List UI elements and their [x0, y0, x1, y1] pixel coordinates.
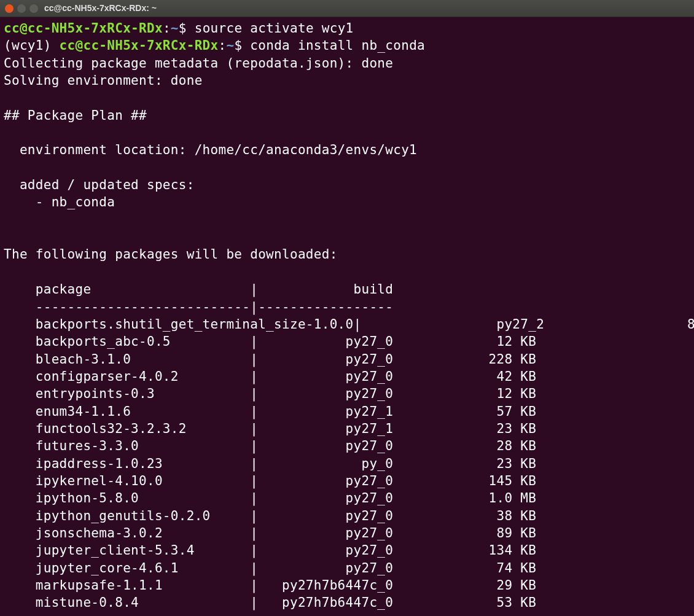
minimize-icon[interactable]	[17, 4, 26, 13]
table-row: jupyter_client-5.3.4 | py27_0 134 KB	[4, 543, 536, 558]
table-row: backports.shutil_get_terminal_size-1.0.0…	[4, 317, 694, 332]
table-divider: ---------------------------|------------…	[4, 300, 393, 314]
maximize-icon[interactable]	[29, 4, 38, 13]
prompt-line-2: (wcy1) cc@cc-NH5x-7xRCx-RDx:~$ conda ins…	[4, 38, 425, 53]
prompt-colon: :	[218, 38, 226, 53]
titlebar: cc@cc-NH5x-7xRCx-RDx: ~	[0, 0, 694, 17]
table-row: entrypoints-0.3 | py27_0 12 KB	[4, 386, 536, 401]
table-row: futures-3.3.0 | py27_0 28 KB	[4, 439, 536, 453]
prompt-userhost: cc@cc-NH5x-7xRCx-RDx	[4, 21, 163, 36]
table-row: jsonschema-3.0.2 | py27_0 89 KB	[4, 526, 536, 540]
output-plan-header: ## Package Plan ##	[4, 108, 147, 123]
table-row: bleach-3.1.0 | py27_0 228 KB	[4, 352, 536, 367]
prompt-line-1: cc@cc-NH5x-7xRCx-RDx:~$ source activate …	[4, 21, 354, 36]
table-header: package | build	[4, 282, 393, 297]
close-icon[interactable]	[5, 4, 14, 13]
table-row: configparser-4.0.2 | py27_0 42 KB	[4, 369, 536, 384]
table-row: enum34-1.1.6 | py27_1 57 KB	[4, 404, 536, 419]
output-spec: - nb_conda	[4, 195, 115, 209]
table-row: mistune-0.8.4 | py27h7b6447c_0 53 KB	[4, 595, 536, 610]
prompt-dollar: $	[234, 38, 242, 53]
prompt-env: (wcy1)	[4, 38, 60, 53]
prompt-path: ~	[171, 21, 179, 36]
table-row: functools32-3.2.3.2 | py27_1 23 KB	[4, 421, 536, 436]
table-row: markupsafe-1.1.1 | py27h7b6447c_0 29 KB	[4, 578, 536, 593]
package-list: backports.shutil_get_terminal_size-1.0.0…	[4, 316, 690, 612]
output-solving: Solving environment: done	[4, 73, 203, 88]
output-download-header: The following packages will be downloade…	[4, 247, 338, 262]
window-title: cc@cc-NH5x-7xRCx-RDx: ~	[44, 2, 157, 14]
table-row: ipaddress-1.0.23 | py_0 23 KB	[4, 456, 536, 471]
prompt-dollar: $	[179, 21, 187, 36]
terminal-output[interactable]: cc@cc-NH5x-7xRCx-RDx:~$ source activate …	[0, 17, 694, 614]
command-text: source activate wcy1	[195, 21, 354, 36]
output-collecting: Collecting package metadata (repodata.js…	[4, 56, 393, 71]
command-text: conda install nb_conda	[250, 38, 425, 53]
window-controls	[5, 4, 38, 13]
table-row: backports_abc-0.5 | py27_0 12 KB	[4, 334, 536, 349]
table-row: jupyter_core-4.6.1 | py27_0 74 KB	[4, 561, 536, 575]
table-row: ipykernel-4.10.0 | py27_0 145 KB	[4, 474, 536, 488]
prompt-path: ~	[226, 38, 234, 53]
output-added-updated: added / updated specs:	[4, 177, 195, 192]
table-row: ipython-5.8.0 | py27_0 1.0 MB	[4, 491, 536, 505]
output-env-location: environment location: /home/cc/anaconda3…	[4, 142, 417, 157]
prompt-userhost: cc@cc-NH5x-7xRCx-RDx	[60, 38, 219, 53]
prompt-colon: :	[163, 21, 171, 36]
table-row: ipython_genutils-0.2.0 | py27_0 38 KB	[4, 509, 536, 523]
